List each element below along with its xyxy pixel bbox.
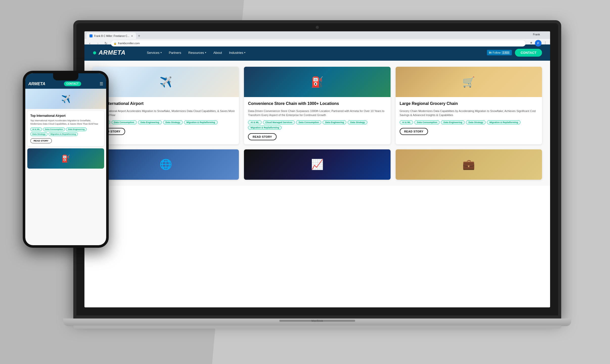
phone-notch xyxy=(53,73,78,80)
card-grocery-body: Large Regional Grocery Chain Grocery Cha… xyxy=(396,97,542,139)
browser-tab[interactable]: Frank B C Miller: Freelance C... ✕ xyxy=(86,33,136,39)
tag-cloud-managed[interactable]: Cloud Managed Services xyxy=(263,120,295,124)
url-bar[interactable]: 🔒 frankbcmiller.com xyxy=(111,40,526,47)
browser-chrome: Frank Frank B C Miller: Freelance C... ✕… xyxy=(84,31,550,44)
laptop-foot xyxy=(73,326,561,329)
contact-button[interactable]: CONTACT xyxy=(515,49,542,57)
nav-right: in Follow 2,915 CONTACT xyxy=(487,49,542,57)
tag-data-consumption-3[interactable]: Data Consumption xyxy=(414,120,440,124)
card-grocery-desc: Grocery Chain Modernizes Data Capabiliti… xyxy=(400,109,538,117)
tag-data-engineering-3[interactable]: Data Engineering xyxy=(441,120,465,124)
tab-close-icon[interactable]: ✕ xyxy=(131,35,133,37)
reload-button[interactable]: ↻ xyxy=(103,40,109,47)
tag-data-consumption[interactable]: Data Consumption xyxy=(111,120,137,124)
card-airport-tags: AI & ML Data Consumption Data Engineerin… xyxy=(97,120,235,124)
tag-data-strategy[interactable]: Data Strategy xyxy=(163,120,183,124)
phone-contact-button[interactable]: CONTACT xyxy=(64,81,81,86)
industries-chevron-icon: ▾ xyxy=(244,51,245,54)
phone-logo: ARMETA xyxy=(28,82,45,86)
card-airport-desc: Top International Airport Accelerates Mi… xyxy=(97,109,235,117)
phone-card-desc: Top International Airport Accelerates Mi… xyxy=(30,119,101,125)
tag-aiml-3[interactable]: AI & ML xyxy=(400,120,413,124)
tag-data-engineering-2[interactable]: Data Engineering xyxy=(323,120,346,124)
url-text: frankbcmiller.com xyxy=(118,42,140,45)
phone-tags: AI & ML Data Consumption Data Engineerin… xyxy=(30,127,101,136)
tag-migration-3[interactable]: Migration & Replatforming xyxy=(487,120,521,124)
tag-aiml-2[interactable]: AI & ML xyxy=(248,120,262,124)
card-bottom-3-image: 💼 xyxy=(396,149,542,180)
phone-tag-aiml[interactable]: AI & ML xyxy=(30,127,42,131)
linkedin-count: 2,915 xyxy=(502,51,510,54)
laptop-camera xyxy=(316,26,319,29)
services-chevron-icon: ▾ xyxy=(161,51,162,54)
globe-icon: 🌐 xyxy=(160,158,172,170)
linkedin-follow-button[interactable]: in Follow 2,915 xyxy=(487,50,512,55)
phone-tag-data-strategy[interactable]: Data Strategy xyxy=(30,132,48,136)
website-content: ● ARMETA Services ▾ Partners Resources xyxy=(84,44,550,307)
phone-card-title: Top International Airport xyxy=(30,114,101,118)
browser-tabbar: Frank B C Miller: Freelance C... ✕ + xyxy=(84,31,550,39)
phone-tag-migration[interactable]: Migration & Replatforming xyxy=(49,132,78,136)
cards-section: ✈️ Top International Airport Top Interna… xyxy=(84,61,550,186)
card-bottom-3: 💼 xyxy=(396,149,542,180)
card-airport-image: ✈️ xyxy=(93,67,239,97)
tag-data-strategy-2[interactable]: Data Strategy xyxy=(348,120,367,124)
tag-data-engineering[interactable]: Data Engineering xyxy=(138,120,162,124)
linkedin-icon: in xyxy=(489,51,492,54)
tab-title: Frank B C Miller: Freelance C... xyxy=(94,35,129,37)
new-tab-button[interactable]: + xyxy=(136,33,142,39)
gas-station-icon: ⛽ xyxy=(61,154,70,163)
tag-data-strategy-3[interactable]: Data Strategy xyxy=(466,120,486,124)
browser-actions: ★ F ⋮ xyxy=(528,40,548,47)
site-logo: ● ARMETA xyxy=(93,49,126,57)
briefcase-icon: 💼 xyxy=(462,158,475,170)
card-gas-tags: AI & ML Cloud Managed Services Data Cons… xyxy=(248,120,386,130)
phone-card: Top International Airport Top Internatio… xyxy=(27,111,104,146)
card-gas-desc: Data-Driven Convenience Store Chain Surp… xyxy=(248,109,386,117)
card-airport-body: Top International Airport Top Internatio… xyxy=(93,97,239,139)
nav-services[interactable]: Services ▾ xyxy=(147,51,162,55)
nav-partners[interactable]: Partners xyxy=(169,51,181,55)
card-bottom-1: 🌐 xyxy=(93,149,239,180)
card-gas-image: ⛽ xyxy=(244,67,390,97)
tag-data-consumption-2[interactable]: Data Consumption xyxy=(296,120,321,124)
tag-migration[interactable]: Migration & Replatforming xyxy=(184,120,218,124)
chart-icon: 📈 xyxy=(311,158,324,170)
grocery-image-icon: 🛒 xyxy=(462,76,475,88)
logo-dot: ● xyxy=(93,49,97,57)
cards-grid: ✈️ Top International Airport Top Interna… xyxy=(93,67,542,144)
card-grocery: 🛒 Large Regional Grocery Chain Grocery C… xyxy=(396,67,542,144)
bookmark-icon[interactable]: ★ xyxy=(528,40,534,46)
card-airport-title: Top International Airport xyxy=(97,101,235,106)
forward-button[interactable]: › xyxy=(95,40,101,47)
back-button[interactable]: ‹ xyxy=(86,40,93,47)
nav-industries[interactable]: Industries ▾ xyxy=(229,51,245,55)
phone-hero-image: ✈️ xyxy=(25,89,106,109)
nav-about[interactable]: About xyxy=(213,51,222,55)
laptop-screen: Frank Frank B C Miller: Freelance C... ✕… xyxy=(84,31,550,307)
tab-favicon xyxy=(89,34,93,37)
user-profile-icon[interactable]: F xyxy=(535,40,541,47)
linkedin-follow-label: Follow xyxy=(493,51,501,54)
phone-read-story-button[interactable]: READ STORY xyxy=(30,138,52,143)
laptop-device: Frank Frank B C Miller: Freelance C... ✕… xyxy=(73,20,561,344)
lock-icon: 🔒 xyxy=(114,42,117,45)
nav-resources[interactable]: Resources ▾ xyxy=(188,51,206,55)
browser-user-name: Frank xyxy=(533,33,540,36)
phone-tag-data-consumption[interactable]: Data Consumption xyxy=(43,127,65,131)
card-gas-body: Convenience Store Chain with 1000+ Locat… xyxy=(244,97,390,144)
resources-chevron-icon: ▾ xyxy=(205,51,206,54)
tag-migration-2[interactable]: Migration & Replatforming xyxy=(248,126,282,130)
logo-text: ARMETA xyxy=(99,49,126,56)
bottom-cards-grid: 🌐 📈 💼 xyxy=(93,149,542,180)
card-grocery-tags: AI & ML Data Consumption Data Engineerin… xyxy=(400,120,538,124)
card-airport: ✈️ Top International Airport Top Interna… xyxy=(93,67,239,144)
phone-tag-data-engineering[interactable]: Data Engineering xyxy=(66,127,87,131)
browser-toolbar: ‹ › ↻ 🔒 frankbcmiller.com ★ F ⋮ xyxy=(84,39,550,48)
card-bottom-1-image: 🌐 xyxy=(93,149,239,180)
card-gas-read-button[interactable]: READ STORY xyxy=(248,133,277,140)
more-options-icon[interactable]: ⋮ xyxy=(543,40,548,46)
card-grocery-read-button[interactable]: READ STORY xyxy=(400,128,428,135)
plane-icon: ✈️ xyxy=(61,95,71,103)
phone-menu-icon[interactable]: ☰ xyxy=(100,81,103,86)
